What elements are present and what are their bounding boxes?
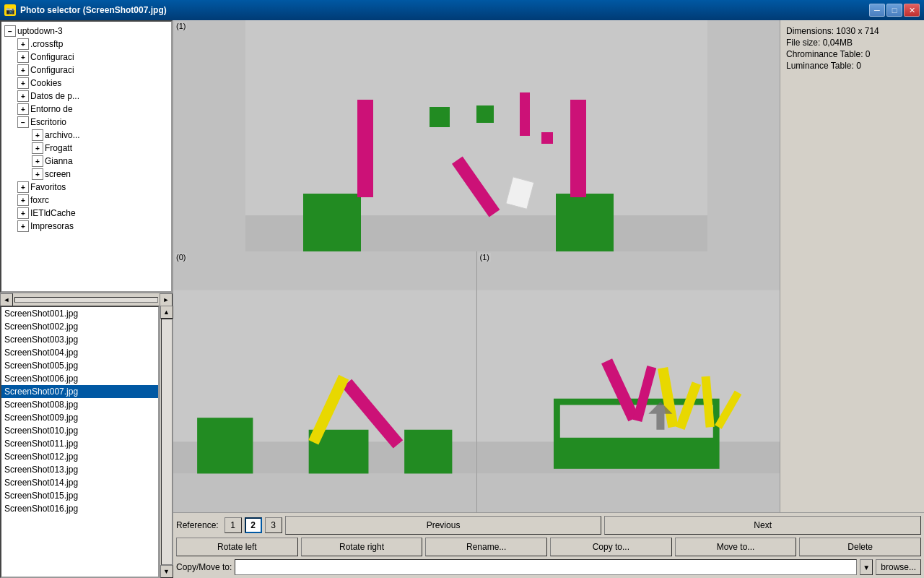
file-item-009[interactable]: ScreenShot009.jpg [1,411,158,424]
tree-expand-cookies[interactable]: + [17,77,29,89]
copy-to-button[interactable]: Copy to... [550,538,672,556]
file-item-014[interactable]: ScreenShot014.jpg [1,476,158,489]
file-item-013[interactable]: ScreenShot013.jpg [1,463,158,476]
info-chrominance: Chrominance Table: 0 [786,49,918,59]
copy-move-input[interactable] [235,559,857,575]
ref-btn-2[interactable]: 2 [245,517,262,533]
delete-button[interactable]: Delete [799,538,921,556]
info-filesize: File size: 0,04MB [786,38,918,48]
browse-button[interactable]: browse... [876,559,921,575]
window-controls: ─ □ ✕ [869,4,920,17]
file-item-012[interactable]: ScreenShot012.jpg [1,450,158,463]
file-item-007[interactable]: ScreenShot007.jpg [1,385,158,398]
svg-rect-7 [476,105,494,123]
vscroll-track[interactable] [161,319,173,565]
tree-expand-favoritos[interactable]: + [17,181,29,193]
file-item-003[interactable]: ScreenShot003.jpg [1,333,158,346]
vscroll-down-btn[interactable]: ▼ [160,565,173,578]
file-list-vscrollbar[interactable]: ▲ ▼ [160,306,173,578]
copy-move-label: Copy/Move to: [176,562,232,572]
rotate-left-button[interactable]: Rotate left [176,538,298,556]
tree-expand-screen[interactable]: + [32,168,43,180]
tree-item-cookies[interactable]: + Cookies [3,77,170,90]
file-item-016[interactable]: ScreenShot016.jpg [1,502,158,515]
tree-expand-impresoras[interactable]: + [17,220,29,232]
preview-bottom-left: (0) [173,251,476,512]
tree-item-foxrc[interactable]: + foxrc [3,194,170,207]
file-item-005[interactable]: ScreenShot005.jpg [1,359,158,372]
move-to-button[interactable]: Move to... [675,538,797,556]
file-item-010[interactable]: ScreenShot010.jpg [1,424,158,437]
tree-expand-datosde[interactable]: + [17,90,29,102]
preview-images-area: (1) [173,20,780,512]
tree-collapse-uptodown3[interactable]: − [4,25,16,37]
ref-btn-3[interactable]: 3 [265,517,282,533]
tree-expand-gianna[interactable]: + [32,155,43,167]
file-item-006[interactable]: ScreenShot006.jpg [1,372,158,385]
tree-expand-ietldcache[interactable]: + [17,207,29,219]
tree-item-screen[interactable]: + screen [3,168,170,181]
tree-expand-configuraci2[interactable]: + [17,64,29,76]
tree-expand-foxrc[interactable]: + [17,194,29,206]
hscroll-left-btn[interactable]: ◄ [0,293,13,306]
svg-rect-10 [520,92,530,136]
minimize-button[interactable]: ─ [869,4,885,17]
ref-btn-1[interactable]: 1 [225,517,242,533]
tree-item-configuraci1[interactable]: + Configuraci [3,51,170,64]
hscroll-track[interactable] [14,297,158,303]
tree-collapse-escritorio[interactable]: − [17,116,29,128]
tree-item-configuraci2[interactable]: + Configuraci [3,64,170,77]
tree-item-impresoras[interactable]: + Impresoras [3,220,170,233]
file-list[interactable]: ScreenShot001.jpg ScreenShot002.jpg Scre… [0,306,160,578]
tree-item-ietldcache[interactable]: + IETldCache [3,207,170,220]
left-panel: − uptodown-3 + .crossftp + Configuraci [0,20,173,578]
preview-bottom-row: (0) [173,251,780,512]
rotate-right-button[interactable]: Rotate right [301,538,423,556]
preview-bottom-right-svg [477,251,780,512]
tree-item-favoritos[interactable]: + Favoritos [3,181,170,194]
tree-hscrollbar[interactable]: ◄ ► [0,293,173,306]
preview-main-label: (1) [175,22,187,30]
next-button[interactable]: Next [604,516,921,535]
close-button[interactable]: ✕ [904,4,920,17]
tree-item-crossftp[interactable]: + .crossftp [3,38,170,51]
tree-item-entornode[interactable]: + Entorno de [3,103,170,116]
svg-rect-5 [570,100,586,197]
copy-move-dropdown[interactable]: ▼ [860,559,873,575]
tree-expand-archivos[interactable]: + [32,129,43,141]
title-bar: 📷 Photo selector (ScreenShot007.jpg) ─ □… [0,0,924,20]
previous-button[interactable]: Previous [285,516,602,535]
info-dimensions: Dimensions: 1030 x 714 [786,26,918,36]
file-item-004[interactable]: ScreenShot004.jpg [1,346,158,359]
preview-top: (1) [173,20,780,251]
rename-button[interactable]: Rename... [425,538,547,556]
svg-rect-15 [404,430,452,474]
tree-expand-crossftp[interactable]: + [17,38,29,50]
info-luminance: Luminance Table: 0 [786,61,918,71]
tree-item-datosde[interactable]: + Datos de p... [3,90,170,103]
hscroll-right-btn[interactable]: ► [160,293,173,306]
tree-item-uptodown3[interactable]: − uptodown-3 [3,25,170,38]
left-panel-inner: − uptodown-3 + .crossftp + Configuraci [0,20,173,578]
tree-item-escritorio[interactable]: − Escritorio [3,116,170,129]
tree-item-gianna[interactable]: + Gianna [3,155,170,168]
tree-scroll-content: − uptodown-3 + .crossftp + Configuraci [1,22,171,291]
svg-rect-11 [541,132,553,144]
preview-bottom-right: (1) [476,251,780,512]
file-item-015[interactable]: ScreenShot015.jpg [1,489,158,502]
info-panel: Dimensions: 1030 x 714 File size: 0,04MB… [780,20,924,512]
controls-row1: Reference: 1 2 3 Previous Next [176,516,921,535]
tree-item-archivos[interactable]: + archivo... [3,129,170,142]
file-item-002[interactable]: ScreenShot002.jpg [1,320,158,333]
tree-expand-frogatt[interactable]: + [32,142,43,154]
folder-tree[interactable]: − uptodown-3 + .crossftp + Configuraci [0,20,173,293]
vscroll-up-btn[interactable]: ▲ [160,306,173,319]
tree-item-frogatt[interactable]: + Frogatt [3,142,170,155]
file-item-011[interactable]: ScreenShot011.jpg [1,437,158,450]
tree-expand-configuraci1[interactable]: + [17,51,29,63]
file-item-001[interactable]: ScreenShot001.jpg [1,307,158,320]
maximize-button[interactable]: □ [886,4,902,17]
tree-expand-entornode[interactable]: + [17,103,29,115]
file-item-008[interactable]: ScreenShot008.jpg [1,398,158,411]
svg-rect-2 [303,194,361,251]
